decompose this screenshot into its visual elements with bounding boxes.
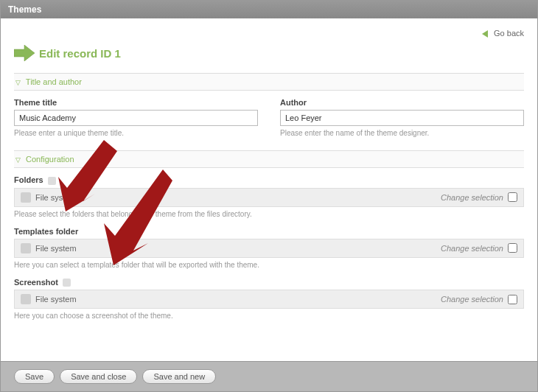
folders-help: Please select the folders that belong to… xyxy=(14,210,524,218)
folders-selection: File system Change selection xyxy=(14,188,524,207)
section-legend: Configuration xyxy=(26,155,74,164)
folder-icon xyxy=(21,294,31,304)
screenshot-selection: File system Change selection xyxy=(14,290,524,309)
templates-selected: File system xyxy=(35,244,77,253)
help-icon[interactable] xyxy=(48,177,56,185)
screenshot-checkbox[interactable] xyxy=(508,295,517,304)
folders-checkbox[interactable] xyxy=(508,192,517,202)
forward-arrow-icon xyxy=(14,45,35,61)
footer-toolbar: Save Save and close Save and new xyxy=(1,361,537,391)
section-title-author[interactable]: ▽ Title and author xyxy=(14,73,524,91)
window-title: Themes xyxy=(8,4,41,15)
screenshot-selected: File system xyxy=(35,295,77,304)
theme-title-input[interactable] xyxy=(14,110,258,126)
go-back-link[interactable]: Go back xyxy=(482,29,524,38)
change-selection-link[interactable]: Change selection xyxy=(441,244,503,253)
theme-title-label: Theme title xyxy=(14,98,258,107)
page-title: Edit record ID 1 xyxy=(39,47,121,60)
templates-selection: File system Change selection xyxy=(14,239,524,258)
save-new-button[interactable]: Save and new xyxy=(142,369,216,384)
save-button[interactable]: Save xyxy=(14,369,55,384)
change-selection-link[interactable]: Change selection xyxy=(441,295,503,304)
section-legend: Title and author xyxy=(26,77,82,86)
author-input[interactable] xyxy=(280,110,524,126)
folders-label: Folders xyxy=(14,175,524,185)
window-titlebar: Themes xyxy=(1,1,537,18)
help-icon[interactable] xyxy=(63,279,71,287)
theme-title-help: Please enter a unique theme title. xyxy=(14,129,258,137)
author-label: Author xyxy=(280,98,524,107)
section-configuration[interactable]: ▽ Configuration xyxy=(14,150,524,168)
screenshot-help: Here you can choose a screenshot of the … xyxy=(14,312,524,320)
change-selection-link[interactable]: Change selection xyxy=(441,193,503,202)
toggle-icon: ▽ xyxy=(15,79,21,86)
templates-checkbox[interactable] xyxy=(508,243,517,253)
templates-help: Here you can select a templates folder t… xyxy=(14,261,524,269)
folders-selected: File system xyxy=(35,193,77,202)
templates-label: Templates folder xyxy=(14,227,524,236)
back-arrow-icon xyxy=(482,30,488,38)
author-help: Please enter the name of the theme desig… xyxy=(280,129,524,137)
save-close-button[interactable]: Save and close xyxy=(60,369,137,384)
folder-icon xyxy=(21,243,31,253)
page-heading: Edit record ID 1 xyxy=(14,45,524,61)
toggle-icon: ▽ xyxy=(15,156,21,164)
screenshot-label: Screenshot xyxy=(14,278,524,287)
folder-icon xyxy=(21,192,31,203)
go-back-label: Go back xyxy=(494,29,524,38)
